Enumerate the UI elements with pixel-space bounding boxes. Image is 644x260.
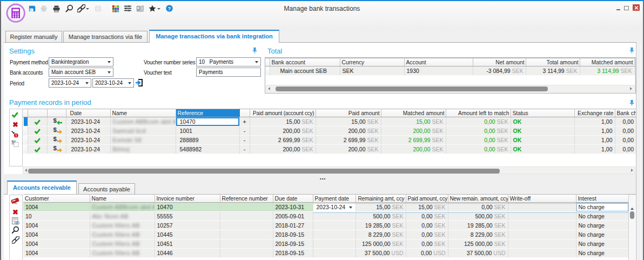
svg-text:?: ? [167,5,171,11]
